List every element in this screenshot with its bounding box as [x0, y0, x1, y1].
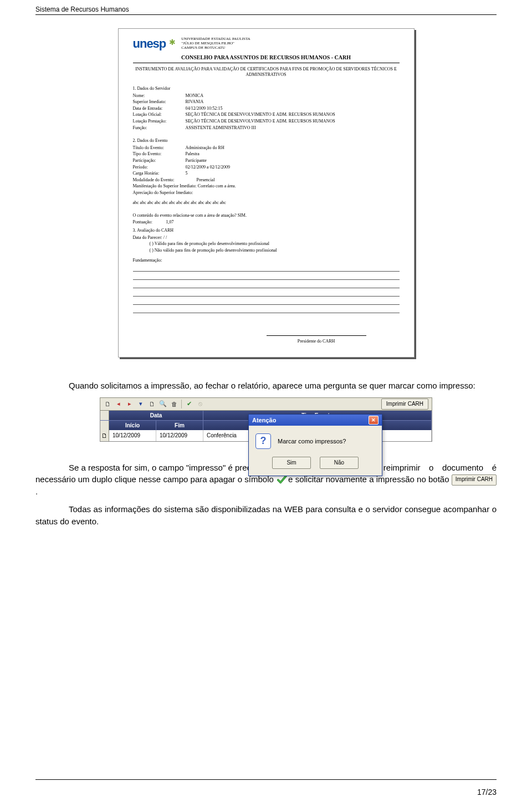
row-marker: 🗋 — [100, 430, 109, 441]
section-heading: 3. Avaliação do CARH — [133, 227, 400, 234]
cell-inicio: 10/12/2009 — [109, 430, 156, 441]
text: . — [35, 487, 38, 496]
check-icon — [277, 474, 287, 484]
bookmark-icon[interactable]: ▾ — [137, 400, 145, 408]
field-label: Participação: — [133, 157, 186, 164]
row-marker-head — [100, 421, 109, 430]
field-label: Data de Entrada: — [133, 105, 186, 112]
section-heading: 1. Dados do Servidor — [133, 85, 400, 92]
field-label: Tipo do Evento: — [133, 151, 186, 157]
page-number: 17/23 — [477, 788, 497, 796]
field-value: MONICA — [186, 93, 203, 98]
form-subtitle: INSTRUMENTO DE AVALIAÇÃO PARA VALIDAÇÃO … — [133, 67, 400, 78]
field-value: SEÇÃO TÉCNICA DE DESENVOLVIMENTO E ADM. … — [186, 119, 335, 124]
running-header: Sistema de Recursos Humanos — [35, 6, 497, 13]
cancel-icon[interactable]: ⦸ — [196, 400, 204, 408]
logo-star-icon: ✱ — [169, 38, 176, 47]
field-value: O conteúdo do evento relaciona-se com a … — [133, 212, 400, 219]
field-value: SEÇÃO TÉCNICA DE DESENVOLVIMENTO E ADM. … — [186, 112, 335, 117]
option-line: ( ) Não válido para fins de promoção pel… — [133, 247, 400, 254]
field-value: abc abc abc abc abc abc abc abc abc abc … — [133, 200, 400, 206]
footer-rule — [35, 779, 497, 780]
write-line — [133, 279, 400, 280]
field-value: 5 — [186, 171, 188, 176]
form-preview: unesp ✱ UNIVERSIDADE ESTADUAL PAULISTA "… — [118, 28, 415, 358]
field-value: Palestra — [186, 151, 200, 156]
print-carh-button[interactable]: Imprimir CARH — [381, 399, 428, 410]
col-fim: Fim — [156, 421, 203, 430]
field-label: Apreciação do Superior Imediato: — [133, 190, 193, 195]
write-line — [133, 288, 400, 288]
section-heading: 2. Dados do Evento — [133, 137, 400, 144]
field-value: 1,07 — [166, 219, 174, 224]
no-button[interactable]: Não — [320, 457, 359, 469]
field-label: Pontuação: — [133, 219, 166, 226]
col-data: Data — [109, 411, 203, 420]
field-label: Modalidade do Evento: — [133, 177, 197, 183]
field-label: Carga Horária: — [133, 170, 186, 177]
confirm-dialog: Atenção ✕ ? Marcar como impressos? Sim N… — [248, 414, 382, 476]
write-line — [133, 271, 400, 272]
dialog-title: Atenção — [252, 417, 276, 423]
field-value: Participante — [186, 158, 207, 163]
next-icon[interactable]: ▸ — [126, 400, 134, 408]
app-screenshot: 🗋 ◂ ▸ ▾ 🗋 🔍 🗑 ✔ ⦸ Imprimir CARH Data Tip… — [100, 397, 432, 442]
yes-button[interactable]: Sim — [272, 457, 311, 469]
signature-line — [267, 335, 366, 336]
first-icon[interactable]: 🗋 — [104, 400, 111, 408]
new-icon[interactable]: 🗋 — [148, 400, 156, 408]
check-icon[interactable]: ✔ — [185, 400, 193, 408]
field-label: Título do Evento: — [133, 145, 186, 151]
text: e solicitar novamente a impressão no bot… — [288, 474, 452, 484]
field-value: Administração do RH — [186, 145, 224, 150]
field-label: Função: — [133, 125, 186, 131]
write-line — [133, 296, 400, 297]
field-label: Fundamentação: — [133, 257, 400, 264]
prev-icon[interactable]: ◂ — [115, 400, 122, 408]
inst-line: CAMPUS DE BOTUCATU — [181, 46, 250, 50]
logo-text: unesp — [133, 37, 166, 51]
field-value: RIVANIA — [186, 99, 204, 104]
field-label: Período: — [133, 164, 186, 171]
print-carh-button-inline[interactable]: Imprimir CARH — [452, 474, 497, 486]
question-icon: ? — [255, 433, 271, 449]
field-label: Manifestação do Superior Imediato: — [133, 183, 197, 188]
header-rule — [35, 14, 497, 15]
delete-icon[interactable]: 🗑 — [170, 400, 178, 408]
field-label: Lotação Prestação: — [133, 118, 186, 125]
row-marker-head — [100, 411, 109, 420]
write-line — [133, 313, 400, 313]
toolbar: 🗋 ◂ ▸ ▾ 🗋 🔍 🗑 ✔ ⦸ Imprimir CARH — [100, 397, 432, 411]
field-value: Correlato com a área. — [198, 183, 236, 188]
paragraph-1: Quando solicitamos a impressão, ao fecha… — [35, 380, 497, 392]
form-title: CONSELHO PARA ASSUNTOS DE RECURSOS HUMAN… — [133, 54, 400, 63]
field-value: 02/12/2009 a 02/12/2009 — [186, 165, 230, 170]
paragraph-3: Todas as informações do sistema são disp… — [35, 503, 497, 528]
option-line: ( ) Válido para fins de promoção pelo de… — [133, 241, 400, 247]
signature-caption: Presidente do CARH — [267, 338, 366, 345]
col-inicio: Início — [109, 421, 156, 430]
search-icon[interactable]: 🔍 — [159, 400, 167, 408]
field-value: Presencial — [197, 177, 215, 182]
close-icon[interactable]: ✕ — [369, 416, 378, 425]
field-value: 04/12/2009 10:52:15 — [186, 106, 223, 111]
cell-fim: 10/12/2009 — [156, 430, 203, 441]
field-label: Nome: — [133, 93, 186, 99]
write-line — [133, 304, 400, 305]
field-label: Data do Parecer: / / — [133, 234, 400, 241]
field-label: Lotação Oficial: — [133, 111, 186, 118]
dialog-message: Marcar como impressos? — [278, 438, 346, 445]
field-value: ASSISTENTE ADMINISTRATIVO III — [186, 125, 256, 130]
field-label: Superior Imediato: — [133, 99, 186, 105]
toolbar-sep — [181, 400, 182, 408]
